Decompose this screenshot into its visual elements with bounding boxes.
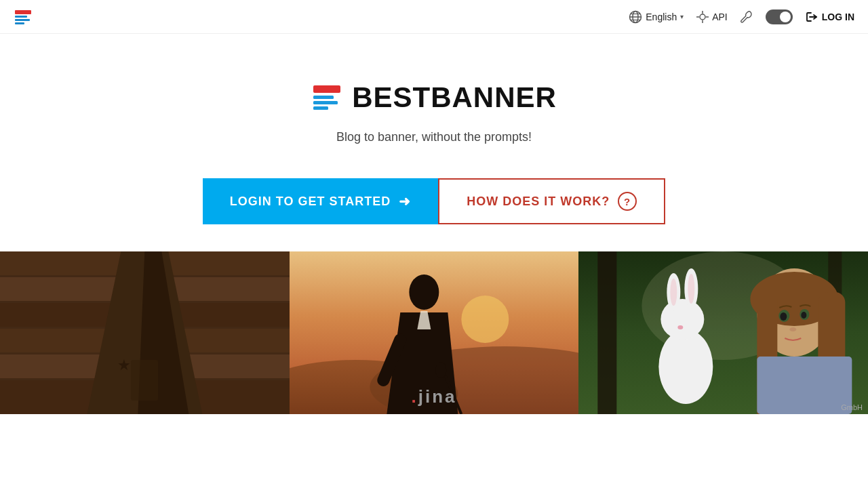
- jina-brand-text: .jina: [411, 386, 456, 407]
- brand-logo-icon: [311, 84, 342, 111]
- svg-rect-18: [313, 106, 328, 110]
- svg-text:★: ★: [117, 357, 131, 373]
- gmbh-label: GmbH: [841, 403, 863, 411]
- svg-point-60: [790, 327, 797, 331]
- svg-rect-2: [15, 19, 30, 21]
- hero-section: BESTBANNER Blog to banner, without the p…: [0, 34, 868, 251]
- svg-rect-17: [313, 101, 338, 104]
- brand-name: BESTBANNER: [352, 81, 557, 114]
- svg-rect-3: [15, 22, 24, 24]
- cta-row: LOGIN TO GET STARTED ➜ HOW DOES IT WORK?…: [203, 178, 665, 224]
- arrow-right-icon: ➜: [399, 193, 411, 209]
- language-chevron-icon: ▾: [680, 13, 684, 20]
- wrench-icon: [740, 10, 753, 24]
- theme-toggle[interactable]: [766, 9, 793, 24]
- login-cta-button[interactable]: LOGIN TO GET STARTED ➜: [203, 178, 438, 224]
- gallery-image-3: [578, 251, 868, 414]
- language-label: English: [646, 12, 677, 22]
- api-label: API: [712, 12, 728, 22]
- hero-tagline: Blog to banner, without the prompts!: [336, 130, 532, 144]
- gallery-section: ★: [0, 251, 868, 414]
- jina-text: jina: [418, 386, 457, 407]
- navbar: English ▾ API: [0, 0, 868, 34]
- api-icon: [696, 10, 709, 24]
- globe-icon: [629, 10, 642, 24]
- svg-point-58: [781, 312, 787, 321]
- svg-rect-15: [313, 85, 340, 93]
- svg-rect-41: [598, 251, 617, 414]
- svg-rect-1: [15, 16, 27, 18]
- navbar-right: English ▾ API: [629, 9, 854, 24]
- svg-point-45: [661, 299, 705, 340]
- navbar-logo-area: [14, 9, 33, 25]
- login-label: LOG IN: [822, 12, 854, 22]
- api-button[interactable]: API: [696, 10, 728, 24]
- svg-rect-0: [15, 10, 31, 14]
- svg-point-51: [678, 325, 684, 329]
- svg-point-39: [435, 362, 446, 378]
- gallery-image-1: ★: [0, 251, 290, 414]
- svg-point-48: [671, 279, 677, 306]
- svg-rect-16: [313, 96, 334, 99]
- settings-button[interactable]: [740, 10, 753, 24]
- login-icon: [805, 10, 818, 24]
- svg-point-9: [700, 14, 705, 20]
- wizard-robe-art: ★: [0, 251, 290, 414]
- how-it-works-label: HOW DOES IT WORK?: [467, 195, 610, 209]
- login-cta-label: LOGIN TO GET STARTED: [230, 195, 391, 209]
- girl-rabbit-art: [578, 251, 868, 414]
- svg-point-33: [461, 296, 509, 343]
- login-button[interactable]: LOG IN: [805, 10, 854, 24]
- jina-logo-area: .jina: [411, 386, 456, 407]
- svg-point-44: [659, 329, 713, 404]
- svg-rect-61: [757, 357, 852, 414]
- svg-point-34: [409, 274, 439, 310]
- svg-point-49: [688, 274, 695, 304]
- question-circle-icon: ?: [618, 192, 637, 211]
- brand-logo-area: BESTBANNER: [311, 81, 557, 114]
- bestbanner-logo-icon: [14, 9, 33, 25]
- how-it-works-button[interactable]: HOW DOES IT WORK? ?: [438, 178, 665, 224]
- language-selector[interactable]: English ▾: [629, 10, 684, 24]
- svg-point-59: [802, 312, 807, 319]
